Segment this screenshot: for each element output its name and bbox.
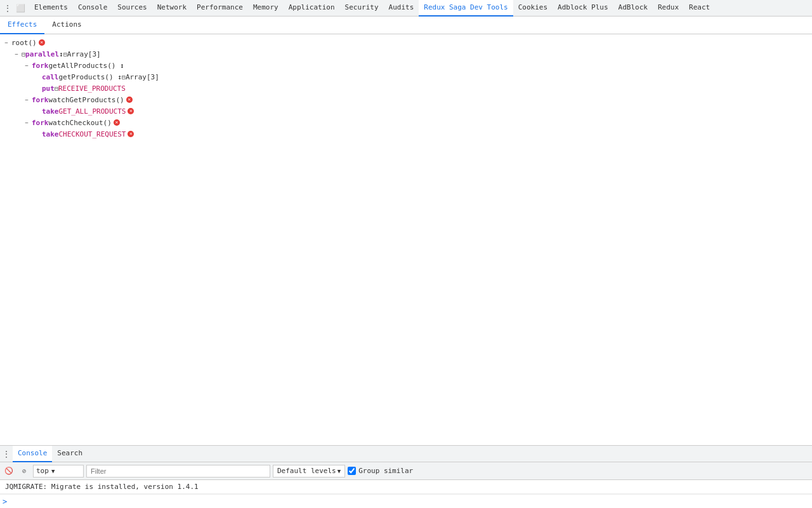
group-similar-container: Group similar [348,467,413,475]
console-menu-icon[interactable]: ⋮ [0,446,13,462]
nav-tab-network[interactable]: Network [152,0,192,17]
tree-row[interactable]: call getProducts() ↕ ⊟Array[3] [0,71,812,83]
group-similar-label: Group similar [358,467,413,475]
levels-dropdown-icon: ▼ [337,468,341,474]
context-dropdown-icon: ▼ [51,468,55,474]
nav-tab-memory[interactable]: Memory [248,0,284,17]
nav-tab-console[interactable]: Console [73,0,112,17]
tree-row[interactable]: fork watchCheckout() ✕ [0,117,812,128]
bottom-tab-console[interactable]: Console [13,446,52,462]
tree-toggle-icon[interactable] [3,39,10,46]
cancel-badge: ✕ [128,131,134,137]
tree-row[interactable]: ⊟parallel ↕ ⊟Array[3] [0,48,812,60]
tree-toggle-icon[interactable] [23,62,30,69]
context-label: top [36,467,49,475]
nav-tab-security[interactable]: Security [340,0,384,17]
tree-row[interactable]: fork watchGetProducts() ✕ [0,94,812,105]
main-content-area: root() ✕⊟parallel ↕ ⊟Array[3]fork getAll… [0,34,812,445]
keyword-fork: fork [32,119,49,127]
tree-row[interactable]: fork getAllProducts() ↕ [0,60,812,71]
nav-tab-adblock[interactable]: AdBlock [613,0,653,17]
cancel-badge: ✕ [114,119,120,126]
nav-tab-cookies[interactable]: Cookies [513,0,553,17]
cancel-badge: ✕ [126,97,133,103]
console-prompt-bar[interactable]: > [0,494,812,508]
keyword-take: take [42,130,59,138]
bottom-tabs-bar: ⋮ ConsoleSearch [0,446,812,462]
cancel-badge: ✕ [39,39,45,46]
devtools-dock-icon[interactable]: ⬜ [15,3,25,13]
sub-tab-effects[interactable]: Effects [0,17,44,34]
tree-text: getAllProducts() ↕ [49,62,124,70]
tree-text: watchCheckout() [49,119,112,127]
nav-tab-performance[interactable]: Performance [192,0,248,17]
devtools-menu-icon[interactable]: ⋮ [3,3,13,13]
bottom-tab-search[interactable]: Search [52,446,88,462]
context-select[interactable]: top ▼ [33,465,84,478]
clear-console-icon[interactable]: 🚫 [3,465,15,478]
tree-toggle-icon[interactable] [23,97,30,103]
levels-button[interactable]: Default levels ▼ [273,465,345,478]
nav-tab-react[interactable]: React [684,0,715,17]
levels-label: Default levels [277,467,336,475]
tree-row[interactable]: root() ✕ [0,37,812,48]
cancel-badge: ✕ [128,108,134,114]
tree-row[interactable]: put ⊟ RECEIVE_PRODUCTS [0,83,812,94]
console-toolbar: 🚫 ⊘ top ▼ Default levels ▼ Group similar [0,462,812,480]
bottom-panel: ⋮ ConsoleSearch 🚫 ⊘ top ▼ Default levels… [0,445,812,508]
filter-input[interactable] [86,465,270,478]
console-log-entry: JQMIGRATE: Migrate is installed, version… [0,480,812,494]
keyword-fork: fork [32,96,49,104]
keyword-fork: fork [32,62,49,70]
tree-text: Array[3] [67,50,101,58]
keyword-call: call [42,73,59,81]
devtools-icons: ⋮ ⬜ [3,3,25,13]
tree-toggle-icon[interactable] [23,119,30,126]
constant-name: RECEIVE_PRODUCTS [58,84,126,93]
top-nav-bar: ⋮ ⬜ ElementsConsoleSourcesNetworkPerform… [0,0,812,17]
nav-tab-redux[interactable]: Redux [653,0,684,17]
nav-tab-application[interactable]: Application [284,0,340,17]
keyword-put: put [42,84,55,93]
filter-icon[interactable]: ⊘ [18,465,30,478]
group-similar-checkbox[interactable] [348,467,356,475]
keyword-parallel: parallel [25,50,59,58]
tree-text: getProducts() ↕ [59,73,122,81]
tree-row[interactable]: take GET_ALL_PRODUCTS✕ [0,105,812,117]
constant-name: GET_ALL_PRODUCTS [59,107,126,116]
nav-tab-audits[interactable]: Audits [384,0,419,17]
prompt-arrow-icon: > [3,497,7,506]
constant-name: CHECKOUT_REQUEST [59,130,126,138]
tree-toggle-icon[interactable] [13,51,20,57]
tree-row[interactable]: take CHECKOUT_REQUEST✕ [0,128,812,140]
tree-text: watchGetProducts() [49,96,124,104]
nav-tab-sources[interactable]: Sources [112,0,152,17]
nav-tabs-container: ElementsConsoleSourcesNetworkPerformance… [29,0,715,17]
function-name: root() [11,39,37,47]
tree-text: ↕ [59,50,63,58]
sub-tab-actions[interactable]: Actions [44,17,89,34]
keyword-take: take [42,107,59,116]
tree-text: Array[3] [126,73,159,81]
sub-tabs-bar: EffectsActions [0,17,812,34]
nav-tab-adblock-plus[interactable]: Adblock Plus [553,0,613,17]
nav-tab-redux-saga[interactable]: Redux Saga Dev Tools [419,0,513,17]
console-log-text: JQMIGRATE: Migrate is installed, version… [5,483,199,491]
nav-tab-elements[interactable]: Elements [29,0,73,17]
